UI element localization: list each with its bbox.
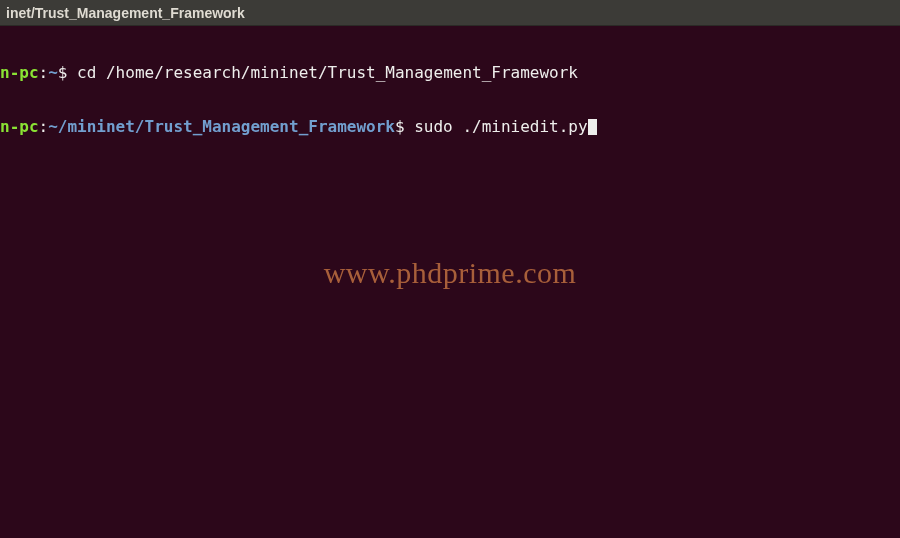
- prompt-path: ~: [48, 63, 58, 82]
- terminal-area[interactable]: n-pc:~$ cd /home/research/mininet/Trust_…: [0, 26, 900, 154]
- terminal-line: n-pc:~/mininet/Trust_Management_Framewor…: [0, 118, 900, 136]
- command-text: cd /home/research/mininet/Trust_Manageme…: [77, 63, 578, 82]
- prompt-path: ~/mininet/Trust_Management_Framework: [48, 117, 395, 136]
- prompt-sep: :: [39, 117, 49, 136]
- prompt-host: n-pc: [0, 117, 39, 136]
- prompt-host: n-pc: [0, 63, 39, 82]
- scrollbar-vertical[interactable]: [886, 26, 900, 538]
- command-text: sudo ./miniedit.py: [414, 117, 587, 136]
- prompt-end: $: [395, 117, 414, 136]
- window-titlebar[interactable]: inet/Trust_Management_Framework: [0, 0, 900, 26]
- terminal-line: n-pc:~$ cd /home/research/mininet/Trust_…: [0, 64, 900, 82]
- window-title: inet/Trust_Management_Framework: [6, 5, 245, 21]
- text-cursor: [588, 119, 597, 135]
- prompt-sep: :: [39, 63, 49, 82]
- prompt-end: $: [58, 63, 77, 82]
- watermark-text: www.phdprime.com: [0, 256, 900, 290]
